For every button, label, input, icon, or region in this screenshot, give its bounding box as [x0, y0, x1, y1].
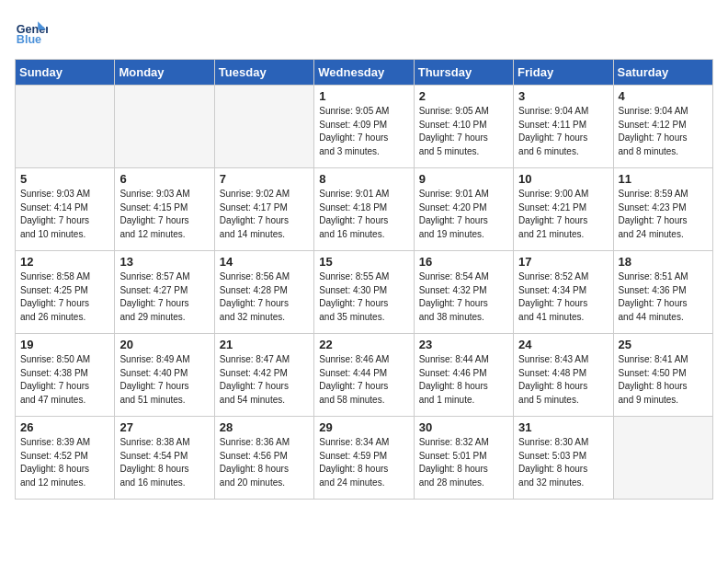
- calendar-cell: 30Sunrise: 8:32 AM Sunset: 5:01 PM Dayli…: [414, 417, 513, 500]
- cell-info: Sunrise: 8:32 AM Sunset: 5:01 PM Dayligh…: [419, 436, 508, 489]
- calendar-cell: 12Sunrise: 8:58 AM Sunset: 4:25 PM Dayli…: [16, 251, 115, 334]
- cell-info: Sunrise: 8:46 AM Sunset: 4:44 PM Dayligh…: [319, 353, 408, 407]
- cell-info: Sunrise: 9:05 AM Sunset: 4:10 PM Dayligh…: [419, 105, 508, 158]
- day-number: 3: [518, 89, 608, 103]
- logo-icon: General Blue: [15, 15, 48, 48]
- weekday-header-monday: Monday: [115, 60, 214, 86]
- day-number: 29: [319, 420, 408, 434]
- cell-info: Sunrise: 9:04 AM Sunset: 4:11 PM Dayligh…: [518, 105, 608, 158]
- calendar-cell: 3Sunrise: 9:04 AM Sunset: 4:11 PM Daylig…: [514, 86, 613, 168]
- cell-info: Sunrise: 8:58 AM Sunset: 4:25 PM Dayligh…: [20, 270, 109, 324]
- day-number: 25: [619, 338, 708, 351]
- weekday-header-wednesday: Wednesday: [314, 60, 414, 86]
- calendar-cell: 15Sunrise: 8:55 AM Sunset: 4:30 PM Dayli…: [314, 251, 414, 334]
- calendar-cell: 11Sunrise: 8:59 AM Sunset: 4:23 PM Dayli…: [613, 168, 712, 251]
- cell-info: Sunrise: 8:38 AM Sunset: 4:54 PM Dayligh…: [119, 436, 209, 489]
- cell-info: Sunrise: 8:54 AM Sunset: 4:32 PM Dayligh…: [419, 270, 508, 324]
- cell-info: Sunrise: 8:50 AM Sunset: 4:38 PM Dayligh…: [20, 353, 109, 407]
- day-number: 18: [619, 255, 708, 269]
- weekday-header-sunday: Sunday: [16, 60, 115, 86]
- cell-info: Sunrise: 9:01 AM Sunset: 4:20 PM Dayligh…: [419, 188, 508, 241]
- calendar-cell: [115, 86, 214, 168]
- calendar-cell: 6Sunrise: 9:03 AM Sunset: 4:15 PM Daylig…: [115, 168, 214, 251]
- cell-info: Sunrise: 8:39 AM Sunset: 4:52 PM Dayligh…: [20, 436, 109, 489]
- calendar-cell: 18Sunrise: 8:51 AM Sunset: 4:36 PM Dayli…: [613, 251, 712, 334]
- calendar-cell: 1Sunrise: 9:05 AM Sunset: 4:09 PM Daylig…: [314, 86, 414, 168]
- calendar-cell: 10Sunrise: 9:00 AM Sunset: 4:21 PM Dayli…: [514, 168, 613, 251]
- day-number: 16: [419, 255, 508, 269]
- calendar-cell: 5Sunrise: 9:03 AM Sunset: 4:14 PM Daylig…: [16, 168, 115, 251]
- calendar-cell: 20Sunrise: 8:49 AM Sunset: 4:40 PM Dayli…: [115, 334, 214, 417]
- cell-info: Sunrise: 8:55 AM Sunset: 4:30 PM Dayligh…: [319, 270, 408, 324]
- calendar-cell: 14Sunrise: 8:56 AM Sunset: 4:28 PM Dayli…: [214, 251, 313, 334]
- cell-info: Sunrise: 8:44 AM Sunset: 4:46 PM Dayligh…: [419, 353, 508, 407]
- calendar-cell: 28Sunrise: 8:36 AM Sunset: 4:56 PM Dayli…: [214, 417, 313, 500]
- calendar-cell: 29Sunrise: 8:34 AM Sunset: 4:59 PM Dayli…: [314, 417, 414, 500]
- day-number: 7: [220, 172, 309, 186]
- calendar-cell: 8Sunrise: 9:01 AM Sunset: 4:18 PM Daylig…: [314, 168, 414, 251]
- page-header: General Blue: [15, 15, 713, 48]
- cell-info: Sunrise: 8:59 AM Sunset: 4:23 PM Dayligh…: [619, 188, 708, 241]
- day-number: 10: [518, 172, 608, 186]
- day-number: 30: [419, 420, 508, 434]
- cell-info: Sunrise: 9:02 AM Sunset: 4:17 PM Dayligh…: [220, 188, 309, 241]
- day-number: 23: [419, 338, 508, 351]
- calendar-cell: 23Sunrise: 8:44 AM Sunset: 4:46 PM Dayli…: [414, 334, 513, 417]
- calendar-cell: 24Sunrise: 8:43 AM Sunset: 4:48 PM Dayli…: [514, 334, 613, 417]
- svg-text:Blue: Blue: [17, 33, 41, 46]
- calendar-cell: 22Sunrise: 8:46 AM Sunset: 4:44 PM Dayli…: [314, 334, 414, 417]
- cell-info: Sunrise: 8:57 AM Sunset: 4:27 PM Dayligh…: [119, 270, 209, 324]
- day-number: 19: [20, 338, 109, 351]
- day-number: 1: [319, 89, 408, 103]
- cell-info: Sunrise: 9:03 AM Sunset: 4:14 PM Dayligh…: [20, 188, 109, 241]
- day-number: 27: [119, 420, 209, 434]
- day-number: 22: [319, 338, 408, 351]
- day-number: 26: [20, 420, 109, 434]
- cell-info: Sunrise: 8:49 AM Sunset: 4:40 PM Dayligh…: [119, 353, 209, 407]
- weekday-header-friday: Friday: [514, 60, 613, 86]
- cell-info: Sunrise: 8:52 AM Sunset: 4:34 PM Dayligh…: [518, 270, 608, 324]
- calendar-cell: 4Sunrise: 9:04 AM Sunset: 4:12 PM Daylig…: [613, 86, 712, 168]
- day-number: 6: [119, 172, 209, 186]
- calendar-cell: 19Sunrise: 8:50 AM Sunset: 4:38 PM Dayli…: [16, 334, 115, 417]
- calendar-cell: 9Sunrise: 9:01 AM Sunset: 4:20 PM Daylig…: [414, 168, 513, 251]
- day-number: 17: [518, 255, 608, 269]
- logo: General Blue: [15, 15, 48, 48]
- calendar-cell: 16Sunrise: 8:54 AM Sunset: 4:32 PM Dayli…: [414, 251, 513, 334]
- day-number: 9: [419, 172, 508, 186]
- day-number: 21: [220, 338, 309, 351]
- day-number: 20: [119, 338, 209, 351]
- cell-info: Sunrise: 8:41 AM Sunset: 4:50 PM Dayligh…: [619, 353, 708, 407]
- calendar-cell: 7Sunrise: 9:02 AM Sunset: 4:17 PM Daylig…: [214, 168, 313, 251]
- cell-info: Sunrise: 8:47 AM Sunset: 4:42 PM Dayligh…: [220, 353, 309, 407]
- calendar-cell: 25Sunrise: 8:41 AM Sunset: 4:50 PM Dayli…: [613, 334, 712, 417]
- cell-info: Sunrise: 9:03 AM Sunset: 4:15 PM Dayligh…: [119, 188, 209, 241]
- day-number: 11: [619, 172, 708, 186]
- calendar-cell: 21Sunrise: 8:47 AM Sunset: 4:42 PM Dayli…: [214, 334, 313, 417]
- calendar-cell: [613, 417, 712, 500]
- day-number: 8: [319, 172, 408, 186]
- calendar-cell: 27Sunrise: 8:38 AM Sunset: 4:54 PM Dayli…: [115, 417, 214, 500]
- cell-info: Sunrise: 9:00 AM Sunset: 4:21 PM Dayligh…: [518, 188, 608, 241]
- cell-info: Sunrise: 9:01 AM Sunset: 4:18 PM Dayligh…: [319, 188, 408, 241]
- day-number: 13: [119, 255, 209, 269]
- calendar-cell: 26Sunrise: 8:39 AM Sunset: 4:52 PM Dayli…: [16, 417, 115, 500]
- cell-info: Sunrise: 9:05 AM Sunset: 4:09 PM Dayligh…: [319, 105, 408, 158]
- cell-info: Sunrise: 8:34 AM Sunset: 4:59 PM Dayligh…: [319, 436, 408, 489]
- calendar-cell: [214, 86, 313, 168]
- cell-info: Sunrise: 8:43 AM Sunset: 4:48 PM Dayligh…: [518, 353, 608, 407]
- calendar-cell: 13Sunrise: 8:57 AM Sunset: 4:27 PM Dayli…: [115, 251, 214, 334]
- cell-info: Sunrise: 8:30 AM Sunset: 5:03 PM Dayligh…: [518, 436, 608, 489]
- day-number: 14: [220, 255, 309, 269]
- weekday-header-saturday: Saturday: [613, 60, 712, 86]
- calendar-cell: [16, 86, 115, 168]
- day-number: 5: [20, 172, 109, 186]
- day-number: 24: [518, 338, 608, 351]
- day-number: 15: [319, 255, 408, 269]
- day-number: 28: [220, 420, 309, 434]
- weekday-header-tuesday: Tuesday: [214, 60, 313, 86]
- cell-info: Sunrise: 8:36 AM Sunset: 4:56 PM Dayligh…: [220, 436, 309, 489]
- calendar-cell: 17Sunrise: 8:52 AM Sunset: 4:34 PM Dayli…: [514, 251, 613, 334]
- weekday-header-thursday: Thursday: [414, 60, 513, 86]
- cell-info: Sunrise: 8:51 AM Sunset: 4:36 PM Dayligh…: [619, 270, 708, 324]
